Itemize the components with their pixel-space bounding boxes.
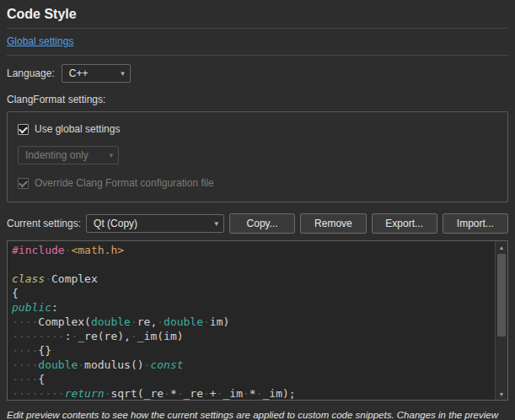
checkbox-indicator [18,124,29,135]
remove-button[interactable]: Remove [300,213,366,234]
code-preview-editor[interactable]: #include·<math.h> class·Complex{public:·… [7,240,508,401]
export-button[interactable]: Export... [372,213,437,234]
chevron-down-icon: ▾ [121,70,125,78]
use-global-settings-checkbox[interactable]: Use global settings [18,123,497,135]
vertical-scrollbar[interactable]: ▲ ▼ [495,241,507,400]
current-settings-combo[interactable]: Qt (Copy) ▾ [86,214,224,233]
chevron-down-icon: ▾ [215,220,219,228]
override-clang-format-label: Override Clang Format configuration file [35,177,214,189]
copy-button[interactable]: Copy... [229,213,295,234]
current-settings-label: Current settings: [7,218,81,229]
page-title: Code Style [7,7,508,22]
divider [7,28,508,29]
scroll-down-icon[interactable]: ▼ [496,388,507,400]
scrollbar-thumb[interactable] [497,254,506,337]
language-row: Language: C++ ▾ [7,64,508,83]
indenting-mode-combo-value: Indenting only [25,149,89,161]
global-settings-link[interactable]: Global settings [7,35,73,47]
language-label: Language: [7,67,55,79]
language-combo[interactable]: C++ ▾ [62,64,131,83]
code-content: #include·<math.h> class·Complex{public:·… [8,241,495,400]
override-clang-format-checkbox: Override Clang Format configuration file [18,177,497,189]
import-button[interactable]: Import... [443,213,508,234]
checkbox-indicator [18,178,29,189]
current-settings-combo-value: Qt (Copy) [94,218,137,229]
clangformat-settings-label: ClangFormat settings: [7,94,508,105]
chevron-down-icon: ▾ [109,152,113,159]
scroll-up-icon[interactable]: ▲ [496,241,507,253]
divider [7,55,508,56]
indenting-mode-combo: Indenting only ▾ [18,146,119,164]
code-style-page: Code Style Global settings Language: C++… [0,0,515,420]
current-settings-row: Current settings: Qt (Copy) ▾ Copy... Re… [7,213,508,234]
language-combo-value: C++ [69,67,89,79]
use-global-settings-label: Use global settings [35,123,120,135]
clangformat-group: Use global settings Indenting only ▾ Ove… [7,111,508,202]
footer-note: Edit preview contents to see how the cur… [7,408,508,420]
